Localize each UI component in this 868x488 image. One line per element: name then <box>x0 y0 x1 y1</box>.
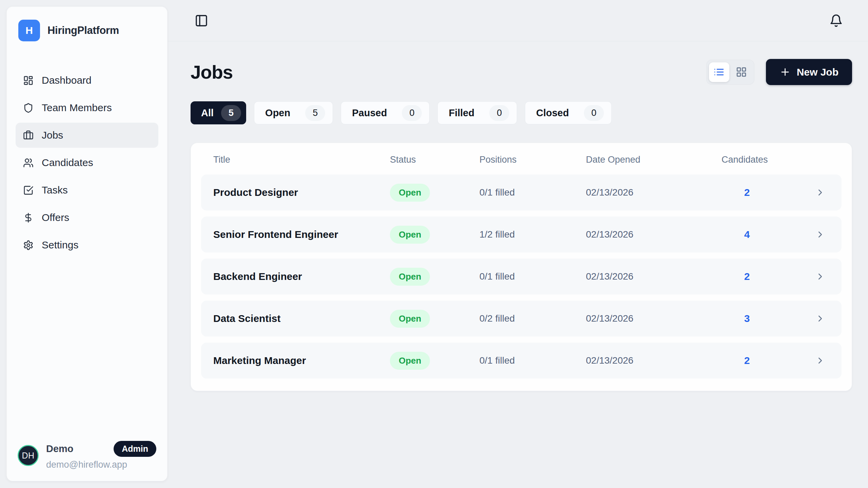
sidebar-item-label: Jobs <box>42 129 63 141</box>
filter-tab-label: Paused <box>352 107 387 119</box>
app-title: HiringPlatform <box>47 24 119 37</box>
avatar-initials: DH <box>22 451 34 461</box>
filter-tab-count: 5 <box>221 105 241 121</box>
view-toggle <box>706 60 754 85</box>
table-row[interactable]: Marketing Manager Open 0/1 filled 02/13/… <box>201 343 842 379</box>
candidates-count[interactable]: 4 <box>722 229 772 240</box>
filter-tab-paused[interactable]: Paused 0 <box>341 101 430 124</box>
filter-tab-filled[interactable]: Filled 0 <box>437 101 517 124</box>
filter-tab-label: Closed <box>536 107 569 119</box>
sidebar-item-offers[interactable]: Offers <box>16 205 158 230</box>
new-job-button[interactable]: New Job <box>766 59 852 85</box>
status-badge: Open <box>390 184 430 202</box>
user-profile[interactable]: DH Demo Admin demo@hireflow.app <box>16 441 158 470</box>
header-actions: New Job <box>706 59 852 85</box>
jobs-page: Jobs New Job <box>167 41 868 391</box>
app-logo-letter: H <box>25 25 33 36</box>
sidebar-item-label: Tasks <box>42 184 68 196</box>
sidebar-item-jobs[interactable]: Jobs <box>16 123 158 148</box>
square-check-icon <box>23 185 34 196</box>
sidebar-item-label: Settings <box>42 239 78 251</box>
dashboard-icon <box>23 75 34 86</box>
brand: H HiringPlatform <box>16 20 158 41</box>
column-header-date-opened: Date Opened <box>586 155 722 165</box>
candidates-count[interactable]: 3 <box>722 313 772 324</box>
filter-tab-open[interactable]: Open 5 <box>254 101 333 124</box>
column-header-title: Title <box>213 155 390 165</box>
filter-tab-count: 5 <box>305 105 325 121</box>
main-area: Jobs New Job <box>167 0 868 488</box>
role-badge: Admin <box>114 441 156 457</box>
chevron-right-icon[interactable] <box>815 271 825 282</box>
new-job-label: New Job <box>797 66 839 78</box>
sidebar-item-label: Dashboard <box>42 75 92 86</box>
table-row[interactable]: Senior Frontend Engineer Open 1/2 filled… <box>201 217 842 252</box>
candidates-count[interactable]: 2 <box>722 187 772 198</box>
list-view-icon <box>713 66 725 78</box>
page-header: Jobs New Job <box>191 59 852 85</box>
status-badge: Open <box>390 352 430 370</box>
notifications-button[interactable] <box>829 14 843 27</box>
job-title: Marketing Manager <box>213 355 390 366</box>
app-logo: H <box>18 20 40 41</box>
positions-cell: 0/1 filled <box>479 271 586 282</box>
status-badge: Open <box>390 226 430 244</box>
sidebar-item-tasks[interactable]: Tasks <box>16 178 158 203</box>
positions-cell: 0/2 filled <box>479 313 586 324</box>
dollar-icon <box>23 212 34 223</box>
sidebar: H HiringPlatform Dashboard Team Members … <box>6 6 167 481</box>
gear-icon <box>23 240 34 250</box>
briefcase-icon <box>23 130 34 141</box>
job-title: Senior Frontend Engineer <box>213 229 390 240</box>
job-title: Backend Engineer <box>213 271 390 282</box>
bell-icon <box>829 14 843 27</box>
column-header-status: Status <box>390 155 479 165</box>
users-icon <box>23 158 34 168</box>
status-badge: Open <box>390 268 430 286</box>
table-row[interactable]: Data Scientist Open 0/2 filled 02/13/202… <box>201 301 842 337</box>
chevron-right-icon[interactable] <box>815 313 825 324</box>
filter-tab-all[interactable]: All 5 <box>191 101 246 124</box>
chevron-right-icon[interactable] <box>815 355 825 366</box>
panel-left-icon <box>195 14 208 27</box>
filter-tab-label: All <box>201 107 214 119</box>
positions-cell: 0/1 filled <box>479 355 586 366</box>
table-header-row: Title Status Positions Date Opened Candi… <box>201 143 842 175</box>
chevron-right-icon[interactable] <box>815 229 825 240</box>
sidebar-item-candidates[interactable]: Candidates <box>16 150 158 175</box>
jobs-table-card: Title Status Positions Date Opened Candi… <box>191 143 852 391</box>
user-email: demo@hireflow.app <box>46 460 156 470</box>
filter-tab-label: Open <box>265 107 290 119</box>
candidates-count[interactable]: 2 <box>722 355 772 366</box>
column-header-positions: Positions <box>479 155 586 165</box>
sidebar-item-label: Candidates <box>42 157 93 168</box>
sidebar-item-team-members[interactable]: Team Members <box>16 95 158 120</box>
job-title: Data Scientist <box>213 313 390 324</box>
sidebar-item-label: Offers <box>42 212 69 223</box>
status-badge: Open <box>390 310 430 328</box>
status-filter-tabs: All 5 Open 5 Paused 0 Filled 0 Closed <box>191 101 852 124</box>
user-meta: Demo Admin demo@hireflow.app <box>46 441 156 470</box>
date-opened-cell: 02/13/2026 <box>586 229 722 240</box>
user-name: Demo <box>46 443 74 454</box>
candidates-count[interactable]: 2 <box>722 271 772 282</box>
date-opened-cell: 02/13/2026 <box>586 355 722 366</box>
filter-tab-closed[interactable]: Closed 0 <box>525 101 612 124</box>
positions-cell: 1/2 filled <box>479 229 586 240</box>
filter-tab-count: 0 <box>584 105 604 121</box>
filter-tab-count: 0 <box>402 105 422 121</box>
avatar: DH <box>18 445 39 466</box>
list-view-button[interactable] <box>709 62 729 82</box>
table-row[interactable]: Backend Engineer Open 0/1 filled 02/13/2… <box>201 259 842 294</box>
shield-icon <box>23 103 34 113</box>
chevron-right-icon[interactable] <box>815 187 825 198</box>
grid-view-button[interactable] <box>731 62 752 82</box>
sidebar-toggle-button[interactable] <box>195 14 208 27</box>
sidebar-item-dashboard[interactable]: Dashboard <box>16 68 158 93</box>
sidebar-item-label: Team Members <box>42 102 112 114</box>
sidebar-nav: Dashboard Team Members Jobs Candidates T… <box>16 68 158 258</box>
topbar <box>167 0 868 41</box>
sidebar-item-settings[interactable]: Settings <box>16 232 158 258</box>
table-row[interactable]: Product Designer Open 0/1 filled 02/13/2… <box>201 175 842 210</box>
job-title: Product Designer <box>213 187 390 198</box>
